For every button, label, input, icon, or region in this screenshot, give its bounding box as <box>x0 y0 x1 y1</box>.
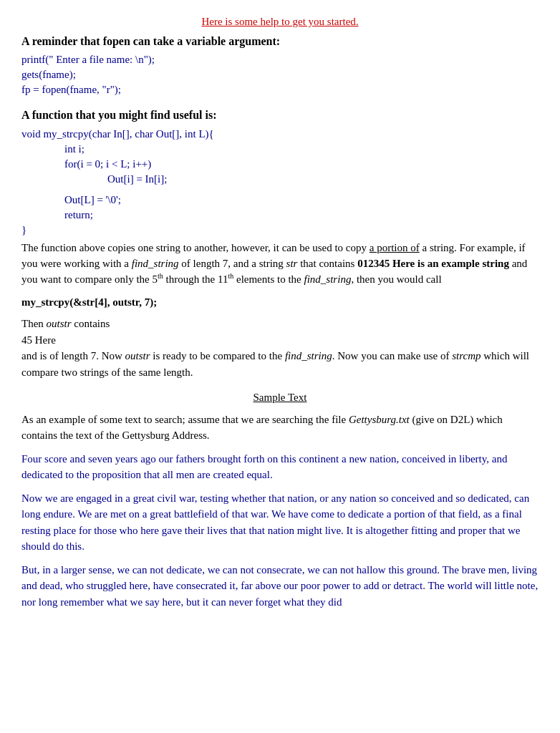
strcpy-line4: Out[L] = '\0'; <box>64 193 539 208</box>
and-is-text: and is of length 7. Now outstr is ready … <box>21 348 539 380</box>
help-link[interactable]: Here is some help to get you started. <box>21 14 539 29</box>
strcpy-line2: for(i = 0; i < L; i++) <box>64 157 539 172</box>
strcpy-signature: void my_strcpy(char In[], char Out[], in… <box>21 127 539 142</box>
fopen-code: printf(" Enter a file name: \n"); gets(f… <box>21 52 539 97</box>
strcpy-heading: A function that you might find useful is… <box>21 107 539 123</box>
fopen-heading: A reminder that fopen can take a variabl… <box>21 34 539 49</box>
sample-heading: Sample Text <box>21 390 539 405</box>
sample-intro: As an example of some text to search; as… <box>21 412 539 444</box>
fopen-line-3: fp = fopen(fname, "r"); <box>21 82 539 97</box>
gettysburg-para-1: Four score and seven years ago our fathe… <box>21 451 539 483</box>
strcpy-line3: Out[i] = In[i]; <box>107 172 539 187</box>
output-line-1: 45 Here <box>21 332 539 349</box>
then-block: Then outstr contains 45 Here and is of l… <box>21 316 539 380</box>
paragraph-1: The function above copies one string to … <box>21 241 539 288</box>
gettysburg-para-3: But, in a larger sense, we can not dedic… <box>21 562 539 611</box>
strcpy-line5: return; <box>64 208 539 223</box>
fopen-line-2: gets(fname); <box>21 67 539 82</box>
strcpy-close: } <box>21 223 539 238</box>
bold-call: my_strcpy(&str[4], outstr, 7); <box>21 295 539 310</box>
strcpy-line1: int i; <box>64 142 539 157</box>
strcpy-code: void my_strcpy(char In[], char Out[], in… <box>21 127 539 238</box>
fopen-line-1: printf(" Enter a file name: \n"); <box>21 52 539 67</box>
gettysburg-para-2: Now we are engaged in a great civil war,… <box>21 490 539 555</box>
